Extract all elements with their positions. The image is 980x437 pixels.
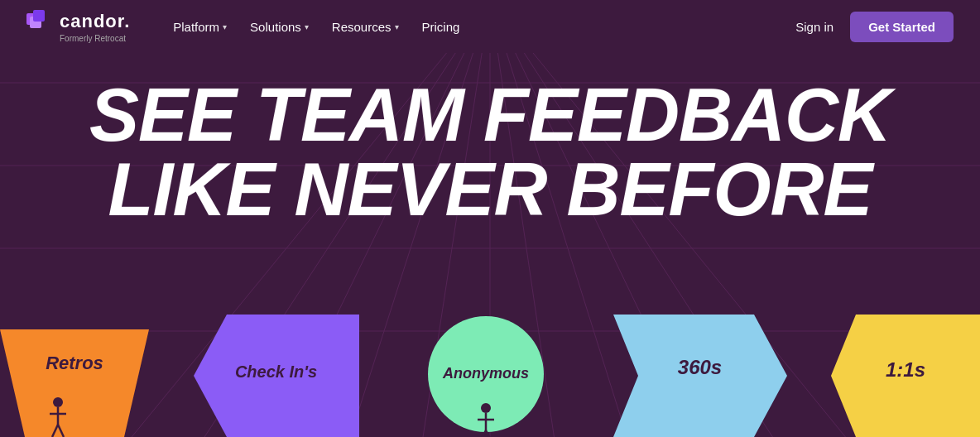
nav-pricing[interactable]: Pricing [412, 13, 470, 41]
svg-point-25 [481, 403, 491, 413]
chevron-down-icon: ▾ [395, 22, 399, 31]
360s-label: 360s [678, 356, 722, 379]
nav-right: Sign in Get Started [795, 12, 954, 42]
feature-11s[interactable]: 1:1s [831, 315, 980, 437]
nav-platform[interactable]: Platform ▾ [163, 13, 237, 41]
sign-in-link[interactable]: Sign in [795, 20, 833, 34]
svg-line-23 [58, 425, 64, 437]
feature-retros[interactable]: Retros [0, 315, 149, 437]
retros-shape [0, 329, 149, 437]
svg-line-29 [486, 430, 492, 437]
chevron-down-icon: ▾ [305, 22, 309, 31]
logo-icon [26, 10, 53, 33]
hero-line1: SEE TEAM FEEDBACK [0, 78, 980, 152]
11s-label: 1:1s [886, 358, 925, 382]
chevron-down-icon: ▾ [223, 22, 227, 31]
logo-text: candor. [60, 11, 130, 32]
nav-links: Platform ▾ Solutions ▾ Resources ▾ Prici… [163, 13, 795, 41]
hero-section: SEE TEAM FEEDBACK LIKE NEVER BEFORE [0, 53, 980, 227]
nav-solutions[interactable]: Solutions ▾ [240, 13, 319, 41]
feature-360s[interactable]: 360s [613, 315, 787, 437]
svg-rect-17 [33, 10, 45, 22]
hero-title: SEE TEAM FEEDBACK LIKE NEVER BEFORE [0, 78, 980, 227]
nav-resources[interactable]: Resources ▾ [322, 13, 409, 41]
retros-label: Retros [46, 353, 103, 374]
svg-point-19 [53, 397, 63, 407]
logo-subtitle: Formerly Retrocat [26, 34, 130, 43]
feature-anonymous[interactable]: Anonymous [403, 315, 569, 437]
retros-figure [46, 396, 70, 437]
hero-line2: LIKE NEVER BEFORE [0, 152, 980, 227]
logo[interactable]: candor. Formerly Retrocat [26, 10, 130, 43]
checkins-label: Check In's [235, 363, 317, 382]
get-started-button[interactable]: Get Started [850, 12, 954, 42]
svg-line-22 [52, 425, 58, 437]
features-icons-row: Retros Check In's Anonymous [0, 315, 980, 437]
svg-line-28 [480, 430, 486, 437]
svg-marker-18 [0, 329, 149, 437]
anonymous-figure [473, 401, 498, 437]
feature-checkins[interactable]: Check In's [194, 315, 359, 437]
navbar: candor. Formerly Retrocat Platform ▾ Sol… [0, 0, 980, 53]
anonymous-label: Anonymous [443, 365, 529, 382]
